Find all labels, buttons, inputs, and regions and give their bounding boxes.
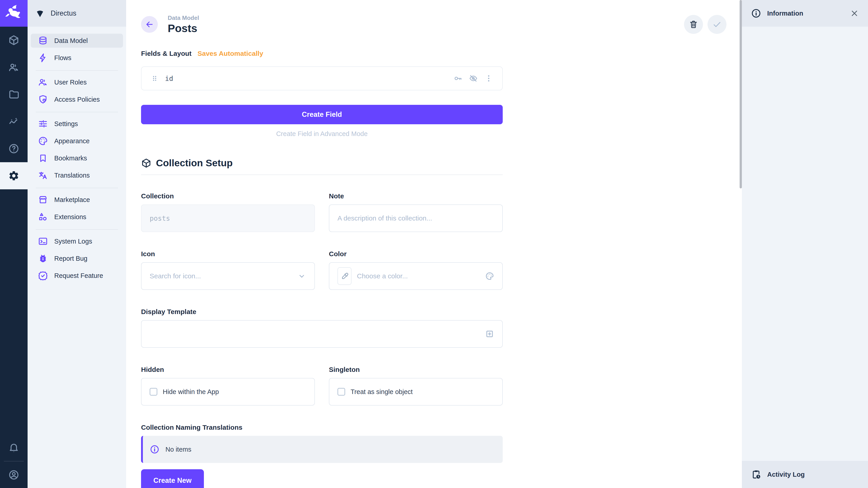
note-input[interactable] — [338, 215, 494, 222]
create-new-button[interactable]: Create New — [141, 469, 204, 488]
box-icon — [8, 35, 20, 46]
no-items-text: No items — [165, 446, 191, 453]
eyedropper-icon — [341, 272, 348, 280]
module-content[interactable] — [0, 27, 28, 54]
color-label: Color — [329, 250, 503, 258]
sidebar-item-label: Settings — [54, 120, 78, 128]
hidden-checkbox[interactable] — [150, 388, 157, 396]
field-row-icons — [454, 74, 493, 83]
icon-search-input[interactable] — [150, 272, 292, 280]
account-button[interactable] — [0, 462, 28, 488]
singleton-checkbox-row[interactable]: Treat as single object — [329, 378, 503, 405]
collection-input[interactable] — [150, 215, 306, 222]
key-icon — [454, 74, 463, 83]
module-bar — [0, 0, 28, 488]
hidden-label: Hidden — [141, 366, 315, 373]
breadcrumb[interactable]: Data Model — [168, 14, 199, 22]
singleton-field: Singleton Treat as single object — [329, 366, 503, 405]
more-vertical-icon[interactable] — [484, 74, 493, 83]
nav-divider — [36, 229, 118, 230]
module-users[interactable] — [0, 54, 28, 81]
sidebar-item-translations[interactable]: Translations — [31, 168, 123, 182]
drag-handle-icon[interactable] — [151, 74, 159, 83]
display-template-field: Display Template — [141, 308, 503, 348]
translate-icon — [38, 170, 48, 180]
settings-nav: Data Model Flows User Roles — [28, 27, 126, 283]
rabbit-logo-icon — [4, 4, 24, 23]
notifications-button[interactable] — [0, 434, 28, 461]
module-files[interactable] — [0, 81, 28, 108]
sidebar-item-flows[interactable]: Flows — [31, 51, 123, 65]
singleton-checkbox[interactable] — [338, 388, 345, 396]
sidebar-item-label: Marketplace — [54, 196, 90, 203]
naming-translations-label: Collection Naming Translations — [141, 424, 503, 431]
sidebar-item-label: Flows — [54, 54, 71, 62]
hidden-checkbox-row[interactable]: Hide within the App — [141, 378, 315, 405]
palette-icon[interactable] — [485, 271, 494, 281]
sidebar-item-extensions[interactable]: Extensions — [31, 210, 123, 224]
project-bar[interactable]: Directus — [28, 0, 126, 27]
sidebar-item-label: System Logs — [54, 238, 92, 245]
sidebar-item-label: Report Bug — [54, 255, 88, 262]
sidebar-item-system-logs[interactable]: System Logs — [31, 234, 123, 248]
info-icon — [150, 445, 160, 454]
help-icon — [8, 143, 20, 154]
sidebar-item-bookmarks[interactable]: Bookmarks — [31, 151, 123, 165]
hidden-checkbox-label: Hide within the App — [163, 388, 219, 396]
eye-off-icon — [469, 74, 478, 83]
vertical-scrollbar[interactable] — [740, 0, 742, 188]
create-field-button[interactable]: Create Field — [141, 105, 503, 124]
sidebar-item-settings[interactable]: Settings — [31, 117, 123, 131]
info-panel-title: Information — [767, 10, 844, 17]
sidebar-item-appearance[interactable]: Appearance — [31, 134, 123, 148]
collection-setup-form: Collection Note Icon — [141, 192, 518, 488]
sidebar-item-user-roles[interactable]: User Roles — [31, 75, 123, 89]
bolt-icon — [38, 53, 48, 63]
module-help[interactable] — [0, 135, 28, 162]
back-button[interactable] — [141, 16, 158, 33]
note-field: Note — [329, 192, 503, 232]
sidebar-item-marketplace[interactable]: Marketplace — [31, 193, 123, 207]
bell-icon — [8, 442, 20, 453]
close-icon[interactable] — [850, 9, 859, 18]
activity-log-button[interactable]: Activity Log — [742, 461, 868, 488]
sidebar-item-request-feature[interactable]: Request Feature — [31, 269, 123, 283]
settings-gear-icon — [8, 170, 20, 182]
main-scroll-area: Data Model Posts Fields & Layout Saves A… — [126, 0, 503, 488]
delete-collection-button[interactable] — [684, 15, 703, 34]
create-field-advanced-link[interactable]: Create Field in Advanced Mode — [141, 130, 503, 138]
sidebar-item-label: Bookmarks — [54, 155, 87, 162]
module-settings[interactable] — [0, 162, 28, 189]
nav-divider — [36, 112, 118, 112]
info-sidebar: Information Activity Log — [742, 0, 868, 488]
collection-input-box — [141, 204, 315, 232]
sidebar-item-report-bug[interactable]: Report Bug — [31, 252, 123, 265]
trash-icon — [689, 20, 698, 29]
bug-icon — [38, 254, 48, 263]
header-actions — [684, 15, 726, 34]
save-button[interactable] — [708, 15, 726, 34]
fields-layout-heading: Fields & Layout — [141, 50, 191, 57]
display-template-label: Display Template — [141, 308, 503, 316]
display-template-input[interactable] — [150, 330, 480, 338]
color-swatch-button[interactable] — [338, 267, 351, 285]
module-insights[interactable] — [0, 108, 28, 135]
activity-log-label: Activity Log — [767, 471, 805, 478]
shield-icon — [38, 94, 48, 104]
field-row-id[interactable]: id — [141, 66, 503, 90]
field-name: id — [165, 74, 173, 83]
user-roles-icon — [38, 77, 48, 87]
directus-logo[interactable] — [0, 0, 28, 27]
add-field-box-icon[interactable] — [485, 329, 494, 338]
color-input[interactable] — [357, 272, 480, 280]
sidebar-item-data-model[interactable]: Data Model — [31, 34, 123, 48]
sidebar-item-access-policies[interactable]: Access Policies — [31, 92, 123, 106]
bookmark-icon — [38, 153, 48, 163]
fields-layout-heading-row: Fields & Layout Saves Automatically — [141, 50, 503, 57]
shapes-icon — [38, 212, 48, 222]
folder-icon — [8, 89, 20, 100]
hidden-field: Hidden Hide within the App — [141, 366, 315, 405]
chevron-down-icon[interactable] — [297, 271, 306, 281]
feature-badge-icon — [38, 271, 48, 281]
sidebar-item-label: Data Model — [54, 37, 88, 44]
